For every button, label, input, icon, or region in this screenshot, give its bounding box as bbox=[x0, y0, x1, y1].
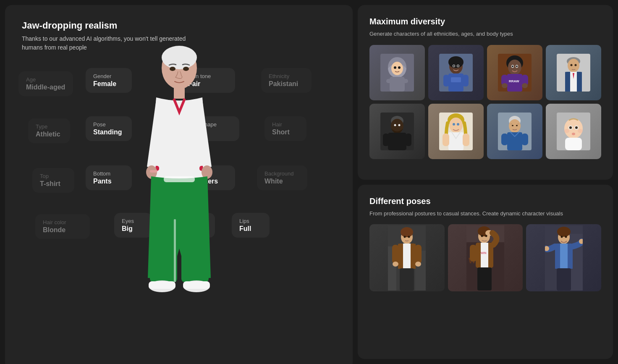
svg-rect-99 bbox=[403, 244, 411, 269]
attr-card-gender[interactable]: Gender Female bbox=[86, 68, 132, 93]
poses-gallery: WIN WIN bbox=[369, 224, 601, 291]
attr-card-ethnicity[interactable]: Ethnicity Pakistani bbox=[261, 68, 312, 93]
svg-rect-34 bbox=[451, 77, 461, 82]
svg-rect-64 bbox=[406, 134, 411, 146]
diversity-description: Generate characters of all ethnicities, … bbox=[369, 30, 601, 38]
svg-rect-10 bbox=[174, 219, 176, 282]
svg-point-96 bbox=[404, 236, 406, 238]
svg-point-77 bbox=[516, 125, 518, 126]
svg-rect-105 bbox=[400, 276, 406, 291]
attr-card-background[interactable]: Background White bbox=[257, 165, 307, 190]
svg-point-87 bbox=[564, 129, 569, 133]
attr-lips-value: Full bbox=[239, 225, 262, 233]
svg-rect-78 bbox=[507, 132, 522, 150]
character-figure bbox=[127, 43, 232, 358]
pose-item-1[interactable] bbox=[369, 224, 445, 291]
svg-rect-79 bbox=[501, 134, 508, 145]
svg-point-28 bbox=[448, 56, 464, 68]
svg-point-114 bbox=[485, 235, 487, 237]
attr-card-haircolor[interactable]: Hair color Blonde bbox=[35, 214, 90, 239]
svg-rect-2 bbox=[174, 88, 185, 99]
attr-bottom-label: Bottom bbox=[93, 170, 124, 177]
svg-point-32 bbox=[457, 65, 459, 67]
attr-bottom-value: Pants bbox=[93, 178, 124, 185]
attr-gender-value: Female bbox=[93, 80, 124, 88]
svg-rect-7 bbox=[164, 176, 195, 182]
svg-point-124 bbox=[560, 236, 563, 238]
svg-point-52 bbox=[568, 59, 579, 72]
diversity-gallery: RRAW bbox=[369, 45, 601, 159]
attr-top-label: Top bbox=[40, 173, 67, 179]
svg-rect-62 bbox=[388, 133, 406, 150]
svg-point-123 bbox=[557, 227, 571, 237]
poses-description: From professional postures to casual sta… bbox=[369, 209, 601, 218]
person-1[interactable] bbox=[369, 45, 425, 100]
svg-point-54 bbox=[575, 64, 577, 66]
pose-item-3[interactable] bbox=[526, 224, 601, 291]
person-6[interactable] bbox=[428, 104, 484, 159]
svg-point-68 bbox=[453, 123, 455, 126]
svg-point-61 bbox=[398, 124, 401, 126]
svg-text:RRAW: RRAW bbox=[509, 79, 519, 83]
person-2[interactable] bbox=[428, 45, 484, 100]
attr-ethnicity-value: Pakistani bbox=[269, 80, 304, 88]
person-7[interactable] bbox=[487, 104, 542, 159]
attr-haircolor-label: Hair color bbox=[43, 219, 82, 225]
svg-point-20 bbox=[391, 62, 403, 75]
svg-rect-130 bbox=[557, 268, 571, 291]
svg-rect-116 bbox=[481, 243, 488, 268]
svg-point-97 bbox=[408, 236, 410, 238]
person-3[interactable]: RRAW bbox=[487, 45, 542, 100]
attr-card-age[interactable]: Age Middle-aged bbox=[18, 71, 73, 96]
attr-card-bodytype[interactable]: Type Athletic bbox=[28, 118, 70, 143]
svg-rect-106 bbox=[408, 276, 414, 291]
attr-card-pose[interactable]: Pose Standing bbox=[86, 116, 132, 141]
svg-rect-8 bbox=[150, 240, 177, 282]
svg-point-88 bbox=[578, 129, 583, 133]
svg-rect-100 bbox=[392, 245, 399, 264]
attr-bodytype-value: Athletic bbox=[36, 131, 63, 138]
svg-rect-101 bbox=[415, 245, 422, 264]
svg-point-125 bbox=[565, 236, 567, 238]
svg-point-85 bbox=[569, 126, 572, 129]
svg-rect-36 bbox=[463, 75, 469, 86]
attr-age-label: Age bbox=[26, 76, 65, 83]
person-8[interactable] bbox=[546, 104, 601, 159]
diversity-card: Maximum diversity Generate characters of… bbox=[358, 5, 613, 180]
attr-card-top[interactable]: Top T-shirt bbox=[32, 168, 74, 193]
svg-point-53 bbox=[571, 64, 573, 66]
attr-pose-label: Pose bbox=[93, 121, 124, 128]
svg-rect-23 bbox=[390, 77, 405, 92]
svg-point-69 bbox=[457, 123, 459, 126]
svg-point-49 bbox=[522, 83, 528, 88]
person-4[interactable] bbox=[546, 45, 601, 100]
svg-rect-35 bbox=[443, 75, 449, 86]
pose-item-2[interactable]: WIN WIN bbox=[448, 224, 523, 291]
left-title: Jaw-dropping realism bbox=[22, 20, 336, 31]
svg-rect-80 bbox=[521, 134, 528, 145]
svg-rect-119 bbox=[477, 267, 492, 291]
svg-point-95 bbox=[401, 227, 413, 237]
poses-title: Different poses bbox=[369, 196, 601, 206]
svg-point-103 bbox=[415, 262, 421, 267]
attr-pose-value: Standing bbox=[93, 128, 124, 136]
svg-rect-14 bbox=[183, 281, 210, 289]
svg-point-48 bbox=[502, 83, 508, 88]
svg-point-17 bbox=[183, 67, 189, 71]
svg-point-21 bbox=[394, 66, 396, 69]
left-panel: Jaw-dropping realism Thanks to our advan… bbox=[5, 5, 353, 364]
attr-card-bottom[interactable]: Bottom Pants bbox=[86, 165, 132, 190]
svg-point-1 bbox=[162, 46, 197, 69]
person-5[interactable] bbox=[369, 104, 425, 159]
poses-card: Different poses From professional postur… bbox=[358, 185, 613, 359]
attr-lips-label: Lips bbox=[239, 218, 262, 224]
svg-point-82 bbox=[564, 118, 583, 139]
svg-point-22 bbox=[398, 66, 401, 69]
svg-rect-9 bbox=[181, 240, 209, 282]
attr-card-hairstyle[interactable]: Hair Short bbox=[264, 116, 306, 141]
svg-point-60 bbox=[394, 124, 396, 126]
svg-point-75 bbox=[509, 119, 521, 133]
svg-rect-90 bbox=[565, 138, 582, 150]
attr-haircolor-value: Blonde bbox=[43, 226, 82, 234]
attr-card-lips[interactable]: Lips Full bbox=[232, 213, 270, 238]
